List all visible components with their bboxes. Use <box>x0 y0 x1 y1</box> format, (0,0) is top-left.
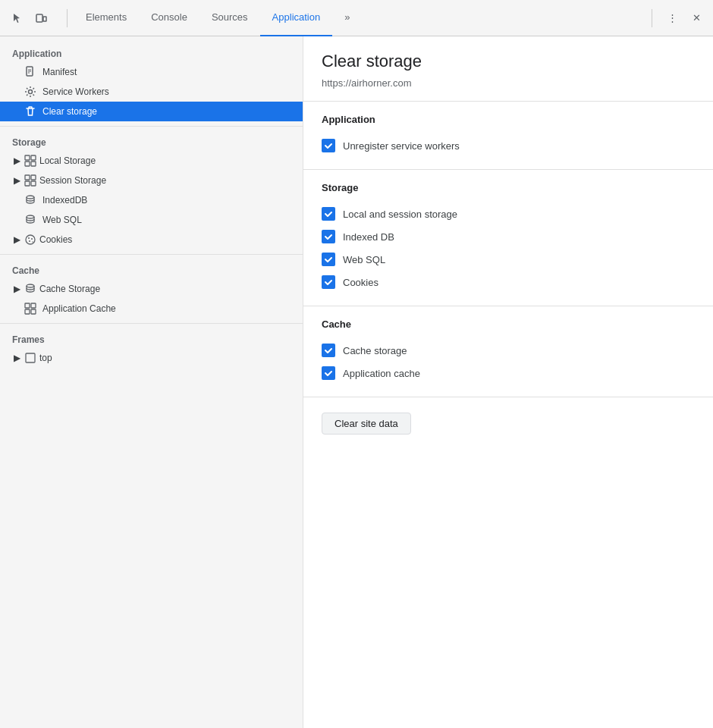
checkbox-label-unregister-sw: Unregister service workers <box>343 140 460 152</box>
svg-rect-7 <box>25 155 30 160</box>
cursor-icon <box>11 12 23 24</box>
checkbox-row-app-cache: Application cache <box>322 362 695 384</box>
grid-icon-local <box>24 155 36 167</box>
cursor-icon-button[interactable] <box>6 8 27 29</box>
checkbox-row-unregister-sw: Unregister service workers <box>322 134 695 157</box>
checkbox-cache-storage[interactable] <box>322 344 335 357</box>
sidebar-section-cache-label: Cache <box>0 259 303 279</box>
close-button[interactable]: ✕ <box>686 8 707 29</box>
sidebar-item-cache-storage[interactable]: ▶ Cache Storage <box>0 279 303 299</box>
checkbox-row-cookies: Cookies <box>322 271 695 293</box>
arrow-icon: ▶ <box>12 156 21 165</box>
gear-icon <box>24 86 36 98</box>
menu-button[interactable]: ⋮ <box>661 8 683 29</box>
device-icon-button[interactable] <box>30 8 52 29</box>
svg-rect-14 <box>31 181 36 186</box>
file-icon <box>24 66 36 78</box>
arrow-icon-session: ▶ <box>12 176 21 185</box>
toolbar: Elements Console Sources Application » ⋮… <box>0 0 713 36</box>
sidebar-item-indexeddb[interactable]: IndexedDB <box>0 190 303 210</box>
page-title: Clear storage <box>322 52 695 71</box>
main: Application Manifest Service <box>0 36 713 728</box>
checkbox-app-cache[interactable] <box>322 366 335 380</box>
frame-icon <box>24 352 36 364</box>
content-panel: Clear storage https://airhorner.com Appl… <box>303 36 713 728</box>
svg-rect-25 <box>25 309 30 314</box>
grid-icon-session <box>24 174 36 187</box>
content-section-application: Application Unregister service workers <box>303 102 713 170</box>
toolbar-left-icons <box>6 8 52 29</box>
checkbox-label-local-session: Local and session storage <box>343 209 457 220</box>
checkbox-label-web-sql: Web SQL <box>343 254 385 265</box>
cookie-icon <box>24 234 36 246</box>
tab-console[interactable]: Console <box>139 0 199 36</box>
tab-elements[interactable]: Elements <box>74 0 139 36</box>
db-icon-websql <box>24 214 36 226</box>
content-footer: Clear site data <box>303 397 713 450</box>
sidebar-divider-2 <box>0 254 303 255</box>
svg-rect-24 <box>31 303 36 308</box>
sidebar-item-session-storage[interactable]: ▶ Session Storage <box>0 171 303 190</box>
sidebar-section-storage-label: Storage <box>0 131 303 151</box>
checkbox-row-cache-storage: Cache storage <box>322 339 695 362</box>
checkbox-row-local-session: Local and session storage <box>322 202 695 225</box>
sidebar: Application Manifest Service <box>0 36 303 728</box>
svg-point-18 <box>28 237 30 239</box>
checkbox-label-indexed-db: Indexed DB <box>343 231 394 243</box>
device-icon <box>35 12 47 24</box>
svg-point-17 <box>26 235 35 244</box>
checkbox-row-indexed-db: Indexed DB <box>322 225 695 248</box>
checkbox-row-web-sql: Web SQL <box>322 248 695 271</box>
db-icon-indexed <box>24 194 36 206</box>
checkbox-indexed-db[interactable] <box>322 230 335 243</box>
section-title-cache: Cache <box>322 318 695 330</box>
clear-site-data-button[interactable]: Clear site data <box>322 413 411 435</box>
grid-icon-appcache <box>24 303 36 315</box>
arrow-icon-cookies: ▶ <box>12 235 21 244</box>
sidebar-item-app-cache[interactable]: Application Cache <box>0 299 303 318</box>
sidebar-item-cookies[interactable]: ▶ Cookies <box>0 230 303 249</box>
content-header: Clear storage https://airhorner.com <box>303 36 713 102</box>
checkbox-local-session[interactable] <box>322 207 335 221</box>
svg-point-21 <box>32 241 33 242</box>
sidebar-item-manifest[interactable]: Manifest <box>0 62 303 82</box>
sidebar-item-service-workers[interactable]: Service Workers <box>0 82 303 102</box>
checkbox-web-sql[interactable] <box>322 253 335 266</box>
sidebar-divider-1 <box>0 126 303 127</box>
svg-point-22 <box>27 284 34 287</box>
tab-sources[interactable]: Sources <box>199 0 260 36</box>
svg-rect-26 <box>31 309 36 314</box>
checkbox-unregister-sw[interactable] <box>322 139 335 152</box>
svg-point-15 <box>27 196 34 199</box>
sidebar-divider-3 <box>0 323 303 324</box>
svg-rect-8 <box>31 155 36 160</box>
sidebar-item-top[interactable]: ▶ top <box>0 348 303 368</box>
svg-rect-11 <box>25 175 30 180</box>
svg-point-19 <box>31 238 33 240</box>
sidebar-item-local-storage[interactable]: ▶ Local Storage <box>0 151 303 171</box>
toolbar-end: ⋮ ✕ <box>645 8 707 29</box>
svg-point-16 <box>27 215 34 218</box>
svg-rect-1 <box>43 17 46 21</box>
db-icon-cache <box>24 283 36 295</box>
checkbox-label-cache-storage: Cache storage <box>343 345 407 356</box>
checkbox-cookies[interactable] <box>322 275 335 289</box>
section-title-storage: Storage <box>322 182 695 193</box>
content-section-storage: Storage Local and session storage Indexe… <box>303 170 713 306</box>
svg-rect-10 <box>31 162 36 166</box>
tab-application[interactable]: Application <box>260 0 333 36</box>
tab-bar: Elements Console Sources Application » <box>74 0 645 36</box>
svg-rect-13 <box>25 181 30 186</box>
sidebar-item-web-sql[interactable]: Web SQL <box>0 210 303 230</box>
content-url: https://airhorner.com <box>322 77 695 89</box>
svg-rect-9 <box>25 162 30 166</box>
sidebar-section-application-label: Application <box>0 42 303 62</box>
toolbar-divider <box>67 9 68 27</box>
section-title-application: Application <box>322 114 695 125</box>
svg-rect-12 <box>31 175 36 180</box>
tab-more[interactable]: » <box>332 0 362 36</box>
svg-rect-27 <box>26 353 35 362</box>
svg-rect-23 <box>25 303 30 308</box>
sidebar-item-clear-storage[interactable]: Clear storage <box>0 102 303 121</box>
content-section-cache: Cache Cache storage Application cache <box>303 306 713 397</box>
